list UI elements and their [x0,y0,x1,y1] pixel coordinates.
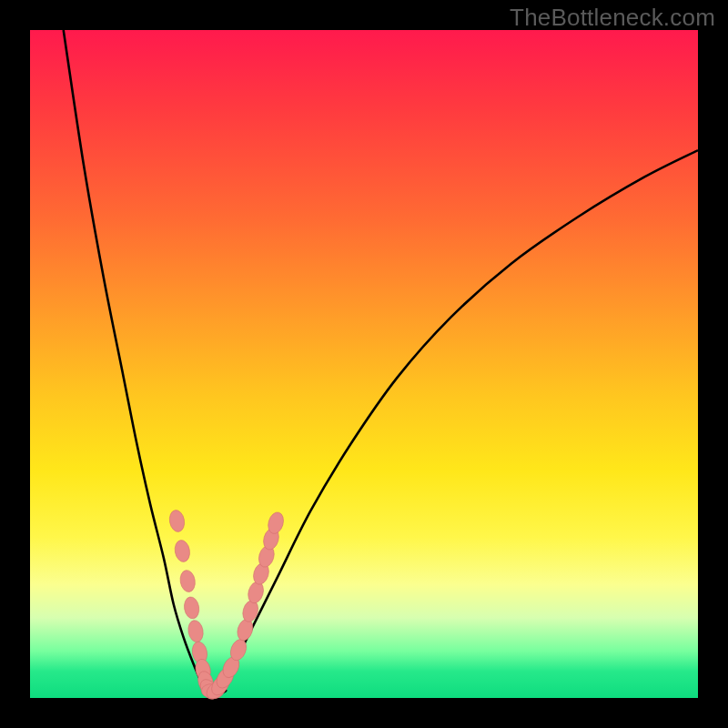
highlight-marker [173,539,191,562]
chart-overlay [30,30,698,698]
bottleneck-curve [64,30,698,695]
highlight-marker [178,569,197,592]
highlight-marker [187,619,205,642]
watermark-text: TheBottleneck.com [510,4,715,32]
marker-group [168,509,287,703]
highlight-marker [183,596,201,620]
highlight-marker [168,509,187,532]
curve-group [64,30,698,695]
outer-frame: TheBottleneck.com [0,0,728,728]
